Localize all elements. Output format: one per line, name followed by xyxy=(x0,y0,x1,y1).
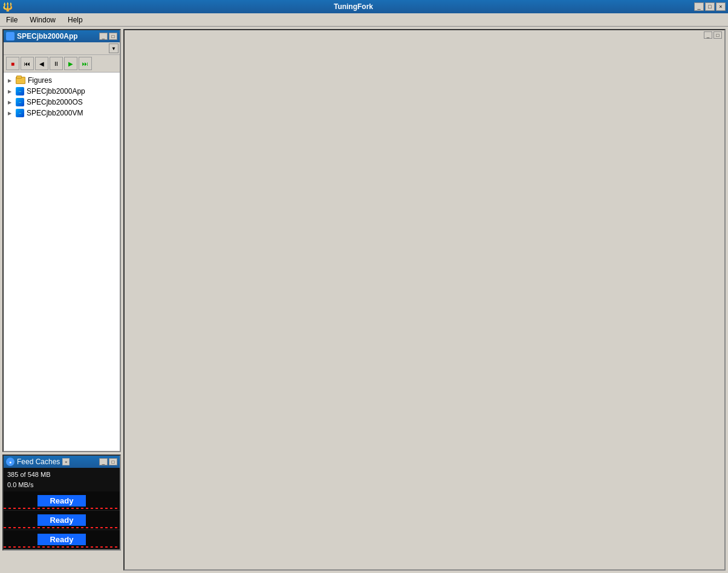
tree-item-app[interactable]: ▶ SPECjbb2000App xyxy=(4,86,120,97)
tree-panel: SPECjbb2000App _ □ ▼ ■ ⏮ ◀ ⏸ ▶ ⏭ xyxy=(2,29,121,452)
folder-icon-figures xyxy=(16,77,25,84)
close-button[interactable]: × xyxy=(716,2,726,11)
data-icon-vm xyxy=(16,109,24,117)
pause-button[interactable]: ⏸ xyxy=(50,57,63,70)
right-panel-controls: _ □ xyxy=(704,31,722,39)
tree-content: ▶ Figures ▶ SPECjbb2000App ▶ SPECjbb2000… xyxy=(4,73,120,451)
tree-panel-title-bar: SPECjbb2000App _ □ xyxy=(4,30,120,42)
ready-label-3: Ready xyxy=(37,534,85,545)
tree-panel-title-left: SPECjbb2000App xyxy=(6,32,78,40)
play-button[interactable]: ▶ xyxy=(64,57,77,70)
menu-window[interactable]: Window xyxy=(26,15,59,25)
tree-arrow-vm: ▶ xyxy=(6,109,13,117)
ready-label-2: Ready xyxy=(37,514,85,526)
feed-restore-button[interactable]: □ xyxy=(109,458,117,465)
right-restore-button[interactable]: □ xyxy=(713,31,722,39)
right-panel: _ □ xyxy=(123,29,726,571)
rewind-button[interactable]: ◀ xyxy=(35,57,48,70)
title-bar-controls: _ □ × xyxy=(694,2,728,11)
tree-panel-title: SPECjbb2000App xyxy=(17,32,78,40)
ready-row-2: Ready xyxy=(4,511,120,530)
tree-item-figures[interactable]: ▶ Figures xyxy=(4,75,120,86)
tree-arrow-figures: ▶ xyxy=(6,77,13,84)
forward-end-button[interactable]: ⏭ xyxy=(79,57,92,70)
feed-panel-icon: ● xyxy=(6,458,15,466)
feed-panel-title-bar: ● Feed Caches × _ □ xyxy=(4,456,120,468)
rewind-start-button[interactable]: ⏮ xyxy=(21,57,34,70)
ready-row-1: Ready xyxy=(4,491,120,511)
tree-arrow-app: ▶ xyxy=(6,88,13,95)
minimize-button[interactable]: _ xyxy=(694,2,704,11)
feed-panel: ● Feed Caches × _ □ 385 of 548 MB 0.0 MB… xyxy=(2,455,121,551)
left-panel: SPECjbb2000App _ □ ▼ ■ ⏮ ◀ ⏸ ▶ ⏭ xyxy=(0,27,123,573)
menu-bar: File Window Help xyxy=(0,13,728,27)
feed-memory-status: 385 of 548 MB xyxy=(7,470,116,480)
dropdown-arrow[interactable]: ▼ xyxy=(109,44,119,53)
ready-label-1: Ready xyxy=(37,495,85,507)
feed-panel-title-label: Feed Caches xyxy=(17,458,60,466)
tree-panel-icon xyxy=(6,32,15,40)
tree-toolbar: ■ ⏮ ◀ ⏸ ▶ ⏭ xyxy=(4,55,120,73)
data-icon-os xyxy=(16,98,24,106)
title-bar: 🔱 TuningFork _ □ × xyxy=(0,0,728,13)
tree-minimize-button[interactable]: _ xyxy=(99,33,108,40)
feed-panel-controls: _ □ xyxy=(99,458,117,465)
tree-label-os: SPECjbb2000OS xyxy=(27,98,83,106)
feed-rate-status: 0.0 MB/s xyxy=(7,480,116,490)
menu-help[interactable]: Help xyxy=(64,15,86,25)
right-minimize-button[interactable]: _ xyxy=(704,31,712,39)
tree-label-app: SPECjbb2000App xyxy=(27,87,85,96)
feed-panel-title-left: ● Feed Caches × xyxy=(6,458,70,466)
feed-close-tab-button[interactable]: × xyxy=(62,458,70,465)
restore-button[interactable]: □ xyxy=(705,2,715,11)
window-title: TuningFork xyxy=(13,2,694,11)
tree-panel-controls: _ □ xyxy=(99,33,117,40)
tree-label-figures: Figures xyxy=(28,76,52,85)
tree-label-vm: SPECjbb2000VM xyxy=(27,109,83,117)
feed-status-bar: 385 of 548 MB 0.0 MB/s xyxy=(4,468,120,491)
menu-file[interactable]: File xyxy=(2,15,21,25)
feed-minimize-button[interactable]: _ xyxy=(99,458,108,465)
app-icon: 🔱 xyxy=(0,2,13,11)
tree-item-os[interactable]: ▶ SPECjbb2000OS xyxy=(4,97,120,108)
stop-button[interactable]: ■ xyxy=(6,57,19,70)
main-layout: SPECjbb2000App _ □ ▼ ■ ⏮ ◀ ⏸ ▶ ⏭ xyxy=(0,27,728,573)
tree-arrow-os: ▶ xyxy=(6,99,13,106)
tree-item-vm[interactable]: ▶ SPECjbb2000VM xyxy=(4,108,120,118)
tree-restore-button[interactable]: □ xyxy=(109,33,117,40)
data-icon-app xyxy=(16,87,24,96)
ready-row-3: Ready xyxy=(4,530,120,549)
tree-dropdown: ▼ xyxy=(4,42,120,55)
